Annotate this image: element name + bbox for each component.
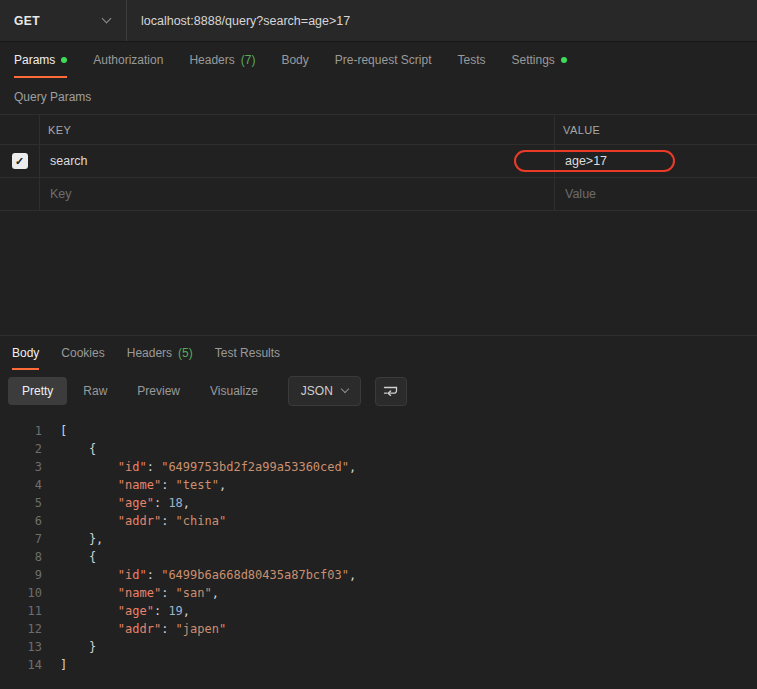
line-number: 3: [0, 458, 42, 476]
tab-params[interactable]: Params: [14, 42, 67, 78]
green-dot-icon: [561, 57, 567, 63]
line-number: 2: [0, 440, 42, 458]
code-line: 1[: [0, 422, 757, 440]
chevron-down-icon: [102, 14, 112, 24]
wrap-lines-icon: [383, 385, 398, 398]
row-checkbox[interactable]: ✓: [12, 153, 28, 169]
response-tab-test-results[interactable]: Test Results: [215, 336, 280, 370]
code-text: "age": 19,: [60, 602, 190, 620]
tab-headers[interactable]: Headers (7): [189, 42, 255, 78]
empty-checkbox-cell: [0, 178, 40, 210]
view-tab-preview[interactable]: Preview: [123, 377, 194, 405]
code-text: {: [60, 548, 96, 566]
tab-label: Headers: [189, 53, 234, 67]
code-text: "addr": "china": [60, 512, 226, 530]
response-tab-headers[interactable]: Headers (5): [127, 336, 193, 370]
code-text: "addr": "japen": [60, 620, 226, 638]
line-number: 14: [0, 656, 42, 674]
method-label: GET: [14, 14, 40, 28]
response-toolbar: Pretty Raw Preview Visualize JSON: [0, 370, 757, 412]
code-line: 9 "id": "6499b6a668d80435a87bcf03",: [0, 566, 757, 584]
query-params-table: KEY VALUE ✓: [0, 114, 757, 211]
query-params-title: Query Params: [0, 78, 757, 114]
code-line: 3 "id": "6499753bd2f2a99a53360ced",: [0, 458, 757, 476]
code-line: 6 "addr": "china": [0, 512, 757, 530]
code-line: 5 "age": 18,: [0, 494, 757, 512]
tab-label: Tests: [457, 53, 485, 67]
line-number: 4: [0, 476, 42, 494]
wrap-lines-button[interactable]: [375, 377, 407, 406]
code-text: },: [60, 530, 103, 548]
table-header-row: KEY VALUE: [0, 115, 757, 145]
green-dot-icon: [61, 57, 67, 63]
code-text: "name": "san",: [60, 584, 219, 602]
table-row: ✓: [0, 145, 757, 178]
key-column-header: KEY: [48, 124, 71, 136]
response-section: Body Cookies Headers (5) Test Results Pr…: [0, 335, 757, 674]
format-dropdown[interactable]: JSON: [288, 376, 361, 406]
tab-label: Settings: [512, 53, 555, 67]
line-number: 12: [0, 620, 42, 638]
tab-label: Params: [14, 53, 55, 67]
tab-prerequest-script[interactable]: Pre-request Script: [335, 42, 432, 78]
tab-label: Body: [281, 53, 308, 67]
tab-label: Headers: [127, 346, 172, 360]
view-tab-pretty[interactable]: Pretty: [8, 377, 67, 405]
chevron-down-icon: [341, 385, 349, 393]
code-line: 2 {: [0, 440, 757, 458]
view-tab-visualize[interactable]: Visualize: [196, 377, 272, 405]
code-line: 7 },: [0, 530, 757, 548]
line-number: 1: [0, 422, 42, 440]
tab-settings[interactable]: Settings: [512, 42, 567, 78]
code-line: 13 }: [0, 638, 757, 656]
response-body[interactable]: 1[2 {3 "id": "6499753bd2f2a99a53360ced",…: [0, 412, 757, 674]
format-dropdown-label: JSON: [301, 384, 333, 398]
tab-label: Cookies: [61, 346, 104, 360]
code-line: 10 "name": "san",: [0, 584, 757, 602]
line-number: 7: [0, 530, 42, 548]
line-number: 13: [0, 638, 42, 656]
code-text: ]: [60, 656, 67, 674]
code-line: 11 "age": 19,: [0, 602, 757, 620]
code-line: 8 {: [0, 548, 757, 566]
tab-label: Authorization: [93, 53, 163, 67]
line-number: 8: [0, 548, 42, 566]
line-number: 11: [0, 602, 42, 620]
new-value-input[interactable]: [563, 186, 749, 202]
tab-body[interactable]: Body: [281, 42, 308, 78]
tab-label: Test Results: [215, 346, 280, 360]
table-row-empty: [0, 178, 757, 211]
code-text: "id": "6499b6a668d80435a87bcf03",: [60, 566, 356, 584]
line-number: 6: [0, 512, 42, 530]
code-lines: 1[2 {3 "id": "6499753bd2f2a99a53360ced",…: [0, 422, 757, 674]
code-line: 4 "name": "test",: [0, 476, 757, 494]
response-tab-cookies[interactable]: Cookies: [61, 336, 104, 370]
code-text: {: [60, 440, 96, 458]
code-text: [: [60, 422, 67, 440]
check-icon: ✓: [15, 156, 24, 167]
tab-tests[interactable]: Tests: [457, 42, 485, 78]
new-key-input[interactable]: [48, 186, 546, 202]
url-input[interactable]: [127, 0, 757, 41]
param-key-input[interactable]: [48, 153, 546, 169]
checkbox-column-header: [0, 115, 40, 144]
tab-label: Pre-request Script: [335, 53, 432, 67]
value-column-header: VALUE: [563, 124, 600, 136]
postman-window: GET Params Authorization Headers (7) Bod…: [0, 0, 757, 689]
response-tabs: Body Cookies Headers (5) Test Results: [0, 336, 757, 370]
param-value-input[interactable]: [563, 153, 749, 169]
line-number: 10: [0, 584, 42, 602]
request-tabs: Params Authorization Headers (7) Body Pr…: [0, 42, 757, 78]
line-number: 5: [0, 494, 42, 512]
request-url-bar: GET: [0, 0, 757, 42]
method-dropdown[interactable]: GET: [0, 0, 127, 41]
code-line: 12 "addr": "japen": [0, 620, 757, 638]
response-tab-body[interactable]: Body: [12, 336, 39, 370]
tab-label: Body: [12, 346, 39, 360]
tab-authorization[interactable]: Authorization: [93, 42, 163, 78]
line-number: 9: [0, 566, 42, 584]
view-tab-raw[interactable]: Raw: [69, 377, 121, 405]
headers-count: (5): [178, 346, 193, 360]
code-line: 14]: [0, 656, 757, 674]
code-text: "id": "6499753bd2f2a99a53360ced",: [60, 458, 356, 476]
